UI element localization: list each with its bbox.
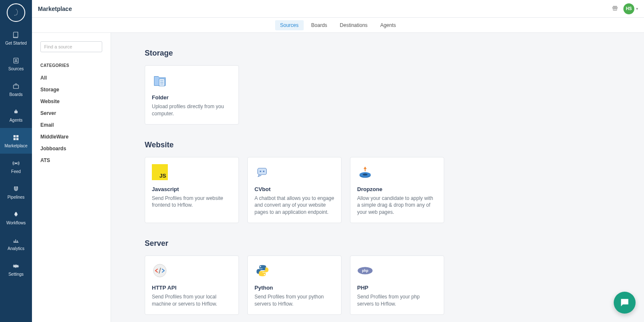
main-sidebar: Get Started Sources Boards Agents Market bbox=[0, 0, 32, 322]
grid-icon bbox=[12, 133, 20, 142]
contact-icon bbox=[12, 56, 20, 65]
logo-icon bbox=[11, 8, 21, 17]
nav-get-started[interactable]: Get Started bbox=[0, 25, 32, 51]
nav-label: Marketplace bbox=[5, 144, 27, 148]
card-desc: Send Profiles from your php servers to H… bbox=[357, 293, 437, 308]
main-panel: Storage Folder Upload profiles directly … bbox=[111, 33, 644, 322]
card-title: PHP bbox=[357, 285, 437, 291]
chevron-down-icon: ▾ bbox=[636, 6, 638, 11]
chart-icon bbox=[12, 236, 20, 245]
nav-label: Sources bbox=[8, 67, 24, 71]
cat-email[interactable]: Email bbox=[40, 119, 102, 131]
card-folder[interactable]: Folder Upload profiles directly from you… bbox=[145, 65, 239, 125]
card-desc: Send Profiles from your python servers t… bbox=[254, 293, 334, 308]
card-javascript[interactable]: JS Javascript Send Profiles from your we… bbox=[145, 157, 239, 223]
topbar: Marketplace HS ▾ bbox=[32, 0, 644, 18]
card-desc: Send Profiles from your website frontend… bbox=[152, 195, 232, 209]
svg-rect-18 bbox=[258, 168, 267, 174]
nav-label: Pipelines bbox=[8, 195, 25, 200]
cat-middleware[interactable]: MiddleWare bbox=[40, 131, 102, 143]
tab-boards[interactable]: Boards bbox=[306, 20, 332, 30]
svg-point-26 bbox=[260, 266, 261, 267]
php-icon: php bbox=[357, 263, 373, 279]
card-cvbot[interactable]: CVbot A chatbot that allows you to engag… bbox=[247, 157, 342, 223]
chat-button[interactable] bbox=[614, 292, 636, 314]
svg-rect-8 bbox=[16, 135, 19, 137]
cat-ats[interactable]: ATS bbox=[40, 154, 102, 166]
nav-label: Feed bbox=[11, 169, 21, 174]
nav-label: Get Started bbox=[5, 41, 27, 45]
nav-workflows[interactable]: Workflows bbox=[0, 205, 32, 231]
folder-icon bbox=[152, 72, 168, 88]
page-title: Marketplace bbox=[38, 5, 72, 12]
card-title: HTTP API bbox=[152, 285, 232, 291]
card-title: Dropzone bbox=[357, 186, 437, 192]
chat-icon bbox=[619, 297, 630, 308]
card-http-api[interactable]: HTTP API Send Profiles from your local m… bbox=[145, 255, 239, 315]
dropzone-icon bbox=[357, 164, 373, 180]
search-input[interactable] bbox=[40, 41, 102, 52]
tabbar: Sources Boards Destinations Agents bbox=[32, 18, 644, 33]
card-desc: Send Profiles from your local machine or… bbox=[152, 293, 232, 308]
nav-label: Boards bbox=[9, 92, 23, 97]
rocket-icon bbox=[12, 210, 20, 219]
nav-marketplace[interactable]: Marketplace bbox=[0, 128, 32, 154]
card-desc: A chatbot that allows you to engage and … bbox=[254, 195, 334, 216]
section-title-storage: Storage bbox=[145, 49, 619, 58]
svg-point-19 bbox=[260, 170, 261, 172]
cat-jobboards[interactable]: Jobboards bbox=[40, 143, 102, 154]
user-menu[interactable]: HS ▾ bbox=[623, 3, 638, 14]
categories-header: CATEGORIES bbox=[40, 63, 102, 68]
tab-agents[interactable]: Agents bbox=[375, 20, 401, 30]
broadcast-icon bbox=[12, 159, 20, 168]
svg-rect-3 bbox=[14, 111, 18, 113]
svg-text:php: php bbox=[362, 269, 368, 273]
section-title-website: Website bbox=[145, 141, 619, 149]
svg-point-23 bbox=[363, 173, 367, 176]
api-icon bbox=[152, 263, 168, 279]
svg-rect-6 bbox=[16, 109, 16, 111]
cat-all[interactable]: All bbox=[40, 72, 102, 84]
cat-website[interactable]: Website bbox=[40, 96, 102, 107]
svg-point-4 bbox=[15, 112, 16, 112]
card-title: CVbot bbox=[254, 186, 334, 192]
card-python[interactable]: Python Send Profiles from your python se… bbox=[247, 255, 342, 315]
svg-point-5 bbox=[16, 112, 17, 112]
svg-rect-2 bbox=[13, 85, 19, 88]
nav-pipelines[interactable]: Pipelines bbox=[0, 179, 32, 205]
nav-settings[interactable]: Settings bbox=[0, 256, 32, 282]
briefcase-icon bbox=[12, 82, 20, 90]
card-desc: Upload profiles directly from you comput… bbox=[152, 103, 232, 117]
cat-server[interactable]: Server bbox=[40, 107, 102, 119]
nav-label: Agents bbox=[9, 118, 22, 122]
tab-destinations[interactable]: Destinations bbox=[335, 20, 373, 30]
nav-agents[interactable]: Agents bbox=[0, 102, 32, 128]
avatar: HS bbox=[623, 3, 634, 14]
svg-rect-9 bbox=[13, 138, 16, 140]
svg-point-20 bbox=[263, 170, 265, 172]
card-desc: Allow your candidate to apply with a sim… bbox=[357, 195, 437, 216]
cat-storage[interactable]: Storage bbox=[40, 84, 102, 96]
nav-feed[interactable]: Feed bbox=[0, 154, 32, 179]
svg-point-1 bbox=[16, 59, 17, 61]
nav-analytics[interactable]: Analytics bbox=[0, 231, 32, 256]
svg-point-27 bbox=[264, 274, 265, 275]
card-title: Folder bbox=[152, 94, 232, 101]
card-php[interactable]: php PHP Send Profiles from your php serv… bbox=[350, 255, 444, 315]
gift-icon[interactable] bbox=[612, 5, 618, 13]
javascript-icon: JS bbox=[152, 164, 168, 180]
book-icon bbox=[12, 31, 20, 39]
robot-icon bbox=[12, 108, 20, 116]
card-title: Python bbox=[254, 285, 334, 291]
filter-sidebar: CATEGORIES All Storage Website Server Em… bbox=[32, 33, 111, 322]
card-title: Javascript bbox=[152, 186, 232, 192]
svg-rect-10 bbox=[16, 138, 19, 140]
tab-sources[interactable]: Sources bbox=[275, 20, 304, 30]
section-title-server: Server bbox=[145, 239, 619, 248]
nav-sources[interactable]: Sources bbox=[0, 51, 32, 77]
nav-label: Analytics bbox=[8, 246, 24, 251]
card-dropzone[interactable]: Dropzone Allow your candidate to apply w… bbox=[350, 157, 444, 223]
logo[interactable] bbox=[0, 0, 32, 25]
nav-boards[interactable]: Boards bbox=[0, 77, 32, 102]
svg-point-11 bbox=[16, 163, 17, 164]
